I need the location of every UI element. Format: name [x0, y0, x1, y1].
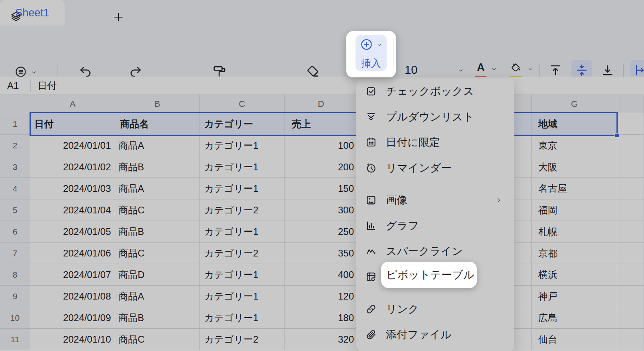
cell[interactable]	[617, 135, 644, 156]
cell[interactable]: 2024/01/10	[30, 329, 115, 350]
cell[interactable]: 2024/01/09	[30, 307, 115, 329]
row-header-9[interactable]: 9	[0, 286, 30, 307]
row-header-7[interactable]: 7	[0, 243, 30, 264]
cell[interactable]: 商品名	[115, 113, 200, 135]
cell[interactable]: 大阪	[532, 156, 617, 178]
row-header-1[interactable]: 1	[0, 113, 30, 135]
row-header-6[interactable]: 6	[0, 221, 30, 243]
cell[interactable]: 福岡	[532, 199, 617, 221]
cell[interactable]: 2024/01/05	[30, 221, 115, 243]
row-header-8[interactable]: 8	[0, 264, 30, 286]
cell[interactable]	[617, 286, 644, 307]
cell[interactable]: 320	[285, 329, 358, 350]
cell[interactable]: 商品D	[115, 264, 200, 286]
cell[interactable]: 2024/01/07	[30, 264, 115, 286]
col-header-G[interactable]: G	[532, 95, 617, 113]
cell[interactable]	[617, 113, 644, 135]
col-header-h[interactable]	[617, 95, 644, 113]
cell[interactable]	[617, 329, 644, 350]
menu-item-dropdown-list[interactable]: プルダウンリスト	[356, 104, 514, 130]
cell[interactable]: カテゴリー2	[200, 199, 285, 221]
row-header-5[interactable]: 5	[0, 199, 30, 221]
cell[interactable]: カテゴリー1	[200, 221, 285, 243]
cell[interactable]: カテゴリー1	[200, 286, 285, 307]
cell[interactable]: 2024/01/08	[30, 286, 115, 307]
cell[interactable]: カテゴリー1	[200, 135, 285, 156]
cell[interactable]: 商品C	[115, 329, 200, 350]
cell[interactable]: 120	[285, 286, 358, 307]
cell[interactable]: 仙台	[532, 329, 617, 350]
menu-item-date[interactable]: 日付に限定	[356, 130, 514, 155]
cell[interactable]: 100	[285, 135, 358, 156]
insert-button[interactable]: 挿入	[356, 35, 387, 71]
cell[interactable]: 150	[285, 178, 358, 199]
cell[interactable]: 2024/01/04	[30, 199, 115, 221]
cell[interactable]	[617, 199, 644, 221]
formula-input[interactable]: 日付	[38, 77, 57, 95]
menu-item-sparkline[interactable]: スパークライン	[356, 239, 514, 264]
selection-fill-handle[interactable]	[614, 133, 620, 138]
cell[interactable]: 2024/01/01	[30, 135, 115, 156]
cell[interactable]: 京都	[532, 243, 617, 264]
menu-item-chart[interactable]: グラフ	[356, 213, 514, 239]
cell[interactable]: カテゴリー1	[200, 307, 285, 329]
cell[interactable]: 商品B	[115, 307, 200, 329]
cell[interactable]: 広島	[532, 307, 617, 329]
cell[interactable]: 商品B	[115, 221, 200, 243]
row-header-2[interactable]: 2	[0, 135, 30, 156]
cell[interactable]: カテゴリー2	[200, 329, 285, 350]
cell[interactable]: カテゴリー1	[200, 156, 285, 178]
cell[interactable]: 商品C	[115, 243, 200, 264]
cell[interactable]: 300	[285, 199, 358, 221]
cell[interactable]: 2024/01/06	[30, 243, 115, 264]
col-header-A[interactable]: A	[30, 95, 115, 113]
cell-reference[interactable]: A1	[7, 77, 19, 95]
add-sheet-icon[interactable]	[113, 11, 124, 23]
select-all-corner[interactable]	[0, 95, 30, 113]
cell[interactable]: カテゴリー1	[200, 178, 285, 199]
col-header-D[interactable]: D	[285, 95, 358, 113]
cell[interactable]: 神戸	[532, 286, 617, 307]
sheets-list-icon[interactable]	[10, 11, 22, 23]
cell[interactable]: 横浜	[532, 264, 617, 286]
cell[interactable]: 商品A	[115, 286, 200, 307]
cell[interactable]: 売上	[285, 113, 358, 135]
menu-item-image[interactable]: 画像	[356, 187, 514, 213]
col-header-B[interactable]: B	[115, 95, 200, 113]
cell[interactable]: 商品B	[115, 156, 200, 178]
menu-item-checkbox[interactable]: チェックボックス	[356, 79, 514, 104]
cell[interactable]: 商品A	[115, 135, 200, 156]
menu-item-link[interactable]: リンク	[356, 296, 514, 322]
cell[interactable]: 札幌	[532, 221, 617, 243]
cell[interactable]: 日付	[30, 113, 115, 135]
cell[interactable]: 東京	[532, 135, 617, 156]
row-header-10[interactable]: 10	[0, 307, 30, 329]
align-top-button[interactable]	[548, 63, 563, 77]
cell[interactable]	[617, 243, 644, 264]
row-header-4[interactable]: 4	[0, 178, 30, 199]
cell[interactable]	[617, 178, 644, 199]
row-header-3[interactable]: 3	[0, 156, 30, 178]
cell[interactable]: 180	[285, 307, 358, 329]
align-bottom-button[interactable]	[601, 63, 615, 77]
pivot-table-spotlight[interactable]: ピボットテーブル	[381, 262, 477, 288]
cell[interactable]: カテゴリー	[200, 113, 285, 135]
cell[interactable]: 2024/01/02	[30, 156, 115, 178]
menu-item-reminder[interactable]: リマインダー	[356, 155, 514, 181]
row-header-11[interactable]: 11	[0, 329, 30, 350]
cell[interactable]: 名古屋	[532, 178, 617, 199]
cell[interactable]: 2024/01/03	[30, 178, 115, 199]
cell[interactable]: 400	[285, 264, 358, 286]
cell[interactable]: カテゴリー1	[200, 264, 285, 286]
cell[interactable]	[617, 264, 644, 286]
cell[interactable]	[617, 221, 644, 243]
cell[interactable]: 350	[285, 243, 358, 264]
col-header-C[interactable]: C	[200, 95, 285, 113]
cell[interactable]: 250	[285, 221, 358, 243]
font-size-control[interactable]: 10	[403, 62, 465, 78]
cell[interactable]	[617, 307, 644, 329]
cell[interactable]: 商品C	[115, 199, 200, 221]
cell[interactable]: 200	[285, 156, 358, 178]
cell[interactable]	[617, 156, 644, 178]
cell[interactable]: カテゴリー2	[200, 243, 285, 264]
